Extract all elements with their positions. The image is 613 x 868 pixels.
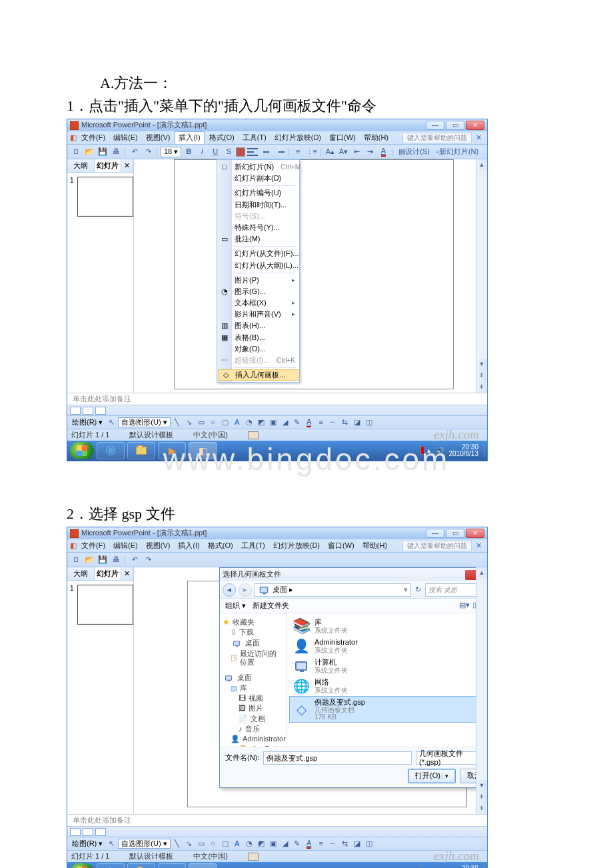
max-button[interactable]: ▭	[446, 529, 464, 538]
save-icon[interactable]: 💾	[97, 554, 109, 566]
file-list[interactable]: 📚库系统文件夹👤Administrator系统文件夹计算机系统文件夹🌐网络系统文…	[287, 613, 476, 747]
menu-insert[interactable]: 插入(I)	[175, 540, 203, 551]
align-right-icon[interactable]	[273, 146, 285, 158]
tab-outline[interactable]: 大纲	[67, 567, 95, 580]
insert-menu-item[interactable]: 对象(O)...	[217, 343, 299, 355]
menu-edit[interactable]: 编辑(E)	[110, 132, 141, 143]
dash-style-icon[interactable]: ┄	[328, 417, 338, 428]
vertical-scrollbar[interactable]: ▲▼⇞⇟	[476, 567, 487, 814]
notes-pane[interactable]: 单击此处添加备注	[67, 393, 487, 405]
font-color2-icon[interactable]: A	[304, 417, 314, 428]
decrease-font-icon[interactable]: A▾	[337, 146, 349, 158]
view-show-icon[interactable]	[95, 828, 106, 836]
italic-button[interactable]: I	[196, 146, 208, 158]
help-search-box[interactable]: 键入需要帮助的问题	[402, 541, 472, 551]
arrow-icon[interactable]: ↘	[184, 417, 195, 428]
min-button[interactable]: —	[426, 121, 444, 130]
font-size-select[interactable]: 18 ▾	[161, 147, 181, 157]
new-slide-button[interactable]: ▫新幻灯片(N)	[434, 146, 481, 158]
organize-button[interactable]: 组织 ▾	[225, 601, 246, 610]
tab-slides[interactable]: 幻灯片	[95, 567, 122, 580]
fill-color-icon[interactable]: ◢	[280, 417, 291, 428]
line-color-icon[interactable]: ✎	[292, 417, 303, 428]
align-left-icon[interactable]	[247, 146, 259, 158]
textbox-icon[interactable]: ▢	[220, 417, 231, 428]
align-center-icon[interactable]	[260, 146, 272, 158]
menu-view[interactable]: 视图(V)	[143, 540, 174, 551]
slide-canvas[interactable]	[174, 159, 454, 389]
tab-slides[interactable]: 幻灯片	[95, 159, 122, 172]
new-folder-button[interactable]: 新建文件夹	[253, 601, 289, 610]
new-icon[interactable]: 🗋	[70, 554, 82, 566]
view-show-icon[interactable]	[95, 407, 106, 415]
menu-tools[interactable]: 工具(T)	[238, 540, 269, 551]
insert-menu-item[interactable]: ◇插入几何画板...	[218, 369, 299, 381]
font-color-icon[interactable]: A	[377, 146, 389, 158]
insert-menu-item[interactable]: 幻灯片编号(U)	[217, 187, 299, 199]
bullets-icon[interactable]: ⋮≡	[305, 146, 317, 158]
menubar-close-icon[interactable]: ✕	[473, 541, 484, 550]
menu-format[interactable]: 格式(O)	[206, 132, 238, 143]
search-input[interactable]: 搜索 桌面🔍	[425, 583, 476, 597]
insert-menu-item[interactable]: 幻灯片副本(D)	[217, 173, 299, 184]
address-bar[interactable]: 桌面 ▸ ▾	[255, 583, 411, 597]
menu-file[interactable]: 文件(F)	[78, 132, 109, 143]
line-icon[interactable]: ╲	[172, 417, 183, 428]
close-button[interactable]: ✕	[466, 529, 484, 538]
file-entry[interactable]: 👤Administrator系统文件夹	[289, 636, 476, 656]
start-button[interactable]	[70, 863, 94, 868]
menu-slideshow[interactable]: 幻灯片放映(D)	[270, 540, 323, 551]
rect-icon[interactable]: ▭	[196, 417, 207, 428]
insert-menu-item[interactable]: 日期和时间(T)...	[217, 199, 299, 211]
diagram-icon[interactable]: ◔	[244, 417, 255, 428]
select-icon[interactable]: ↖	[106, 839, 117, 849]
clipart-icon[interactable]: ◩	[256, 417, 267, 428]
line-style-icon[interactable]: ≡	[316, 417, 326, 428]
view-mode-icon[interactable]: ▤▾	[459, 601, 470, 611]
underline-button[interactable]: U	[209, 146, 221, 158]
nav-forward-button[interactable]: ►	[239, 583, 252, 597]
insert-menu-item[interactable]: 幻灯片(从大纲)(L)...	[217, 260, 299, 271]
tab-outline[interactable]: 大纲	[67, 159, 95, 172]
autoshape-dropdown[interactable]: 自选图形(U) ▾	[118, 839, 170, 849]
open-button[interactable]: 打开(O)▾	[408, 769, 456, 783]
view-sorter-icon[interactable]	[83, 407, 93, 415]
slide-thumbnail[interactable]	[77, 585, 133, 625]
insert-menu-item[interactable]: □新幻灯片(N)Ctrl+M	[217, 161, 299, 173]
open-icon[interactable]: 📂	[83, 146, 95, 158]
menu-slideshow[interactable]: 幻灯片放映(D)	[271, 132, 324, 143]
save-icon[interactable]: 💾	[97, 146, 109, 158]
view-sorter-icon[interactable]	[83, 828, 93, 836]
increase-font-icon[interactable]: A▴	[324, 146, 336, 158]
open-icon[interactable]: 📂	[83, 554, 95, 566]
dialog-close-button[interactable]: ✕	[465, 570, 476, 580]
insert-menu-item[interactable]: ◔图示(G)...	[217, 286, 299, 297]
shadow-icon[interactable]: ◪	[352, 417, 362, 428]
menubar-close-icon[interactable]: ✕	[473, 133, 484, 142]
draw-label[interactable]: 绘图(R) ▾	[70, 418, 105, 427]
task-wmp[interactable]: ▶	[158, 863, 186, 868]
file-entry[interactable]: 🌐网络系统文件夹	[289, 676, 476, 696]
refresh-icon[interactable]: ↻	[414, 585, 422, 594]
menu-help[interactable]: 帮助(H)	[360, 132, 392, 143]
print-icon[interactable]: 🖶	[110, 554, 122, 566]
print-icon[interactable]: 🖶	[110, 146, 122, 158]
insert-menu-item[interactable]: 特殊符号(Y)...	[217, 222, 299, 233]
menu-format[interactable]: 格式(O)	[205, 540, 237, 551]
task-ppt[interactable]: ◧	[189, 863, 217, 868]
design-button[interactable]: ▤设计(S)	[396, 146, 432, 158]
nav-back-button[interactable]: ◄	[223, 583, 236, 597]
redo-icon[interactable]: ↷	[142, 554, 154, 566]
insert-menu-item[interactable]: ▥图表(H)...	[217, 320, 299, 331]
oval-icon[interactable]: ○	[208, 417, 219, 428]
picture-icon[interactable]: ▣	[268, 417, 279, 428]
insert-menu-item[interactable]: 图片(P)▸	[217, 275, 299, 286]
select-icon[interactable]: ↖	[106, 417, 117, 428]
indent-left-icon[interactable]: ⇤	[350, 146, 362, 158]
menu-tools[interactable]: 工具(T)	[239, 132, 270, 143]
task-ie[interactable]: ⓔ	[97, 863, 125, 868]
help-search-box[interactable]: 键入需要帮助的问题	[402, 133, 472, 143]
notes-pane[interactable]: 单击此处添加备注	[67, 814, 487, 826]
file-entry[interactable]: 📚库系统文件夹	[289, 616, 476, 636]
preview-pane-icon[interactable]: ▯	[472, 601, 476, 611]
